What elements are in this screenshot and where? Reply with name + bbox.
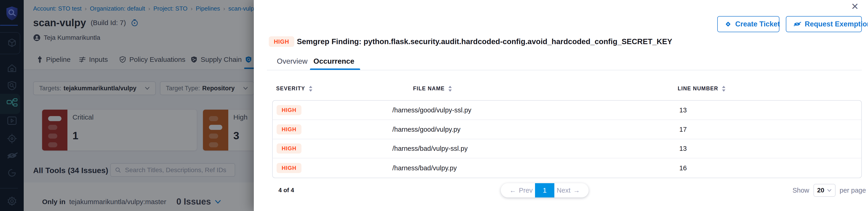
per-page-label: per page <box>840 187 866 194</box>
row-severity-badge: HIGH <box>277 163 302 173</box>
occurrence-table: HIGH /harness/good/vulpy-ssl.py 13 HIGH … <box>272 100 862 178</box>
prev-page-button[interactable]: ← Prev <box>508 186 534 195</box>
table-row[interactable]: HIGH /harness/good/vulpy-ssl.py 13 <box>273 101 861 120</box>
request-exemption-button[interactable]: Request Exemption <box>786 16 862 32</box>
row-severity-badge: HIGH <box>277 143 302 153</box>
row-severity-badge: HIGH <box>277 125 302 135</box>
row-line-number: 13 <box>679 106 687 114</box>
tab-occurrence[interactable]: Occurrence <box>313 57 354 66</box>
column-header-line-number[interactable]: LINE NUMBER <box>678 85 725 92</box>
prev-label: Prev <box>519 187 533 194</box>
show-label: Show <box>793 187 809 194</box>
request-exemption-label: Request Exemption <box>805 20 868 28</box>
app-window: Account: STO test › Organization: defaul… <box>0 0 868 211</box>
sort-icon[interactable] <box>448 86 452 92</box>
row-severity-badge: HIGH <box>277 105 302 115</box>
page-number-button[interactable]: 1 <box>535 183 554 198</box>
row-file-name: /harness/good/vulpy-ssl.py <box>392 106 471 114</box>
finding-title: Semgrep Finding: python.flask.security.a… <box>297 37 672 46</box>
column-header-severity[interactable]: SEVERITY <box>276 85 312 92</box>
row-line-number: 17 <box>679 126 687 133</box>
page-size-value: 20 <box>817 187 824 194</box>
create-ticket-button[interactable]: Create Ticket <box>717 16 779 32</box>
tab-baseline <box>267 70 862 70</box>
finding-detail-panel: ✕ Create Ticket Request Exemption HIGH S… <box>254 0 868 211</box>
row-line-number: 13 <box>679 145 687 152</box>
severity-column-label: SEVERITY <box>276 85 305 92</box>
create-ticket-label: Create Ticket <box>735 20 780 28</box>
chevron-down-icon <box>827 189 832 192</box>
page-size-select[interactable]: 20 <box>813 184 836 197</box>
table-row[interactable]: HIGH /harness/good/vulpy.py 17 <box>273 120 861 139</box>
tab-overview[interactable]: Overview <box>277 57 307 66</box>
next-label: Next <box>557 187 570 194</box>
close-icon[interactable]: ✕ <box>848 0 862 13</box>
pagination-summary: 4 of 4 <box>278 187 294 194</box>
row-file-name: /harness/good/vulpy.py <box>392 126 461 133</box>
line-number-column-label: LINE NUMBER <box>678 85 718 92</box>
severity-badge: HIGH <box>269 36 294 47</box>
table-row[interactable]: HIGH /harness/bad/vulpy-ssl.py 13 <box>273 139 861 159</box>
row-line-number: 16 <box>679 164 687 172</box>
next-page-button[interactable]: Next → <box>555 186 581 195</box>
row-file-name: /harness/bad/vulpy.py <box>392 164 457 172</box>
arrow-left-icon: ← <box>509 187 516 194</box>
column-header-file-name[interactable]: FILE NAME <box>413 85 452 92</box>
file-name-column-label: FILE NAME <box>413 85 444 92</box>
page-size-group: Show 20 per page <box>793 183 866 198</box>
row-file-name: /harness/bad/vulpy-ssl.py <box>392 145 468 152</box>
modal-backdrop[interactable] <box>0 0 254 211</box>
sort-icon[interactable] <box>722 86 725 92</box>
ticket-diamond-icon <box>725 21 732 28</box>
table-row[interactable]: HIGH /harness/bad/vulpy.py 16 <box>273 159 861 178</box>
eye-slash-icon <box>793 21 801 28</box>
pagination-control: ← Prev 1 Next → <box>501 183 589 198</box>
sort-icon[interactable] <box>309 86 312 92</box>
arrow-right-icon: → <box>573 187 580 194</box>
